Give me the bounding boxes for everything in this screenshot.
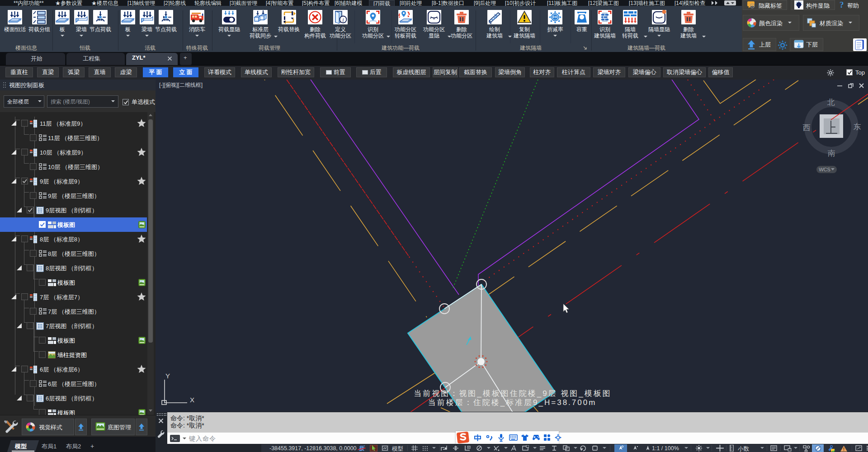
svg-text:WCS: WCS bbox=[819, 167, 830, 172]
svg-text:当前楼层：住院楼_标准层9_H=38.700m: 当前楼层：住院楼_标准层9_H=38.700m bbox=[428, 398, 597, 407]
svg-text:北: 北 bbox=[827, 98, 835, 107]
svg-text:当前视图：视图_模板图住院楼_9层 视图_模板图: 当前视图：视图_模板图住院楼_9层 视图_模板图 bbox=[414, 389, 612, 398]
svg-text:Y: Y bbox=[165, 372, 170, 380]
svg-text:东: 东 bbox=[854, 122, 861, 131]
svg-text:X: X bbox=[190, 396, 194, 404]
svg-text:南: 南 bbox=[828, 149, 835, 158]
svg-text:西: 西 bbox=[803, 123, 811, 132]
